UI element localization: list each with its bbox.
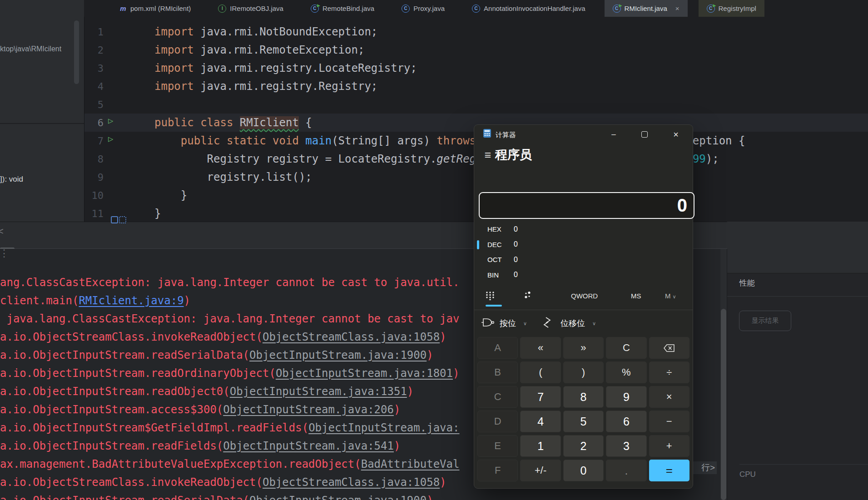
key-3[interactable]: 3	[606, 435, 646, 457]
word-size-button[interactable]: QWORD	[571, 292, 598, 300]
key-%[interactable]: %	[606, 361, 646, 383]
memory-store-button[interactable]: MS	[631, 292, 641, 300]
key-7[interactable]: 7	[520, 386, 560, 408]
stacktrace-link[interactable]: ObjectStreamClass.java:1058	[263, 476, 440, 489]
tab-label: RemoteBind.java	[322, 5, 374, 12]
stacktrace-text: a.io.ObjectInputStream.readObject0(	[0, 385, 230, 398]
key-»[interactable]: »	[563, 337, 604, 359]
editor-tabs: mpom.xml (RMIcilent)IIRemoteOBJ.javaC▶Re…	[84, 0, 775, 17]
key-5[interactable]: 5	[563, 411, 604, 432]
key-a[interactable]: A	[477, 337, 518, 359]
maximize-icon	[641, 131, 648, 138]
key-f[interactable]: F	[477, 460, 518, 481]
console-scrollbar-thumb[interactable]	[721, 309, 726, 500]
radix-row-oct[interactable]: OCT0	[477, 252, 627, 267]
key-=[interactable]: =	[649, 460, 689, 481]
bitshift-button[interactable]: 位移位	[560, 318, 585, 329]
key-c[interactable]: C	[477, 386, 518, 408]
key-9[interactable]: 9	[606, 386, 646, 408]
stacktrace-link[interactable]: ObjectInputStream.java:1351	[230, 385, 407, 398]
full-keypad-toggle-icon[interactable]	[486, 291, 495, 302]
key-backspace-icon[interactable]	[649, 337, 689, 359]
key-×[interactable]: ×	[649, 386, 689, 408]
stacktrace-text: )	[394, 440, 400, 452]
key-1[interactable]: 1	[520, 435, 560, 457]
key-−[interactable]: −	[649, 411, 689, 432]
stacktrace-link[interactable]: ObjectInputStream.java:541	[223, 440, 394, 452]
radix-value: 0	[514, 271, 518, 279]
tab-registryimpl[interactable]: C▶RegistryImpl	[699, 0, 764, 17]
cpu-label: CPU	[739, 470, 756, 479]
key-e[interactable]: E	[477, 435, 518, 457]
left-panel-scrollbar[interactable]	[74, 20, 79, 84]
key-÷[interactable]: ÷	[649, 361, 689, 383]
code-text: import java.rmi.registry.Registry;	[154, 80, 377, 93]
close-button[interactable]: ×	[667, 128, 685, 141]
key-+/-[interactable]: +/-	[520, 460, 560, 481]
tab-iremoteobj-java[interactable]: IIRemoteOBJ.java	[210, 0, 292, 17]
stacktrace-link[interactable]: RMIclient.java:9	[79, 294, 184, 307]
stacktrace-link[interactable]: ObjectStreamClass.java:1058	[263, 331, 440, 343]
radix-row-hex[interactable]: HEX0	[477, 222, 627, 237]
key-«[interactable]: «	[520, 337, 560, 359]
toolbar-divider	[474, 310, 693, 310]
tab-rmiclient-java[interactable]: C▶RMIclient.java×	[605, 0, 688, 17]
cpu-section-divider	[739, 464, 868, 465]
code-text: }	[154, 189, 187, 202]
key-)[interactable]: )	[563, 361, 604, 383]
code-text: import java.rmi.registry.LocateRegistry;	[154, 62, 417, 74]
calculator-keypad: A«»CB()%÷C789×D456−E123+F+/-0.=	[477, 337, 689, 481]
key-0[interactable]: 0	[563, 460, 604, 481]
radix-label: BIN	[487, 271, 511, 279]
show-results-button[interactable]: 显示结果	[739, 311, 791, 331]
stacktrace-link[interactable]: ObjectInputStream.java:1900	[249, 349, 427, 361]
stacktrace-link[interactable]: ObjectInputStream.java:1900	[249, 494, 427, 500]
stacktrace-link[interactable]: ObjectInputStream.java:	[308, 421, 459, 434]
key-c[interactable]: C	[606, 337, 646, 359]
line-number: 7	[84, 135, 104, 147]
minimize-button[interactable]: –	[605, 128, 623, 141]
line-number: 1	[84, 26, 104, 38]
tab-remotebind-java[interactable]: C▶RemoteBind.java	[303, 0, 382, 17]
key-8[interactable]: 8	[563, 386, 604, 408]
chevron-down-icon: ∨	[592, 321, 596, 327]
stacktrace-link[interactable]: BadAttributeVal	[361, 458, 460, 470]
project-structure-panel[interactable]: ktop\java\RMIcilent ]): void	[0, 17, 84, 222]
radix-value: 0	[514, 240, 518, 248]
maximize-button[interactable]	[635, 128, 654, 141]
left-panel-header	[0, 0, 84, 17]
stacktrace-link[interactable]: ObjectInputStream.java:206	[223, 403, 394, 416]
run-gutter-icon[interactable]: ▷	[108, 134, 113, 144]
line-number: 3	[84, 63, 104, 74]
close-tab-icon[interactable]: ×	[675, 5, 680, 12]
stacktrace-link[interactable]: ObjectInputStream.java:1801	[276, 367, 453, 380]
stacktrace-text: )	[427, 349, 433, 361]
toolwindow-tab-fragment: <	[0, 226, 4, 237]
structure-signature-fragment: ]): void	[0, 175, 23, 184]
layout-icon[interactable]	[111, 216, 118, 223]
run-gutter-icon[interactable]: ▷	[108, 115, 113, 125]
tab-pom-xml-rmicilent-[interactable]: mpom.xml (RMIcilent)	[111, 0, 199, 17]
stacktrace-text: java.lang.ClassCastException: java.lang.…	[0, 312, 459, 325]
key-b[interactable]: B	[477, 361, 518, 383]
key-.[interactable]: .	[606, 460, 646, 481]
hamburger-menu-icon[interactable]: ≡	[480, 149, 496, 162]
key-([interactable]: (	[520, 361, 560, 383]
settings-icon[interactable]	[119, 216, 126, 223]
key-d[interactable]: D	[477, 411, 518, 432]
stacktrace-text: a.io.ObjectInputStream$GetFieldImpl.read…	[0, 421, 308, 434]
radix-row-dec[interactable]: DEC0	[477, 237, 627, 252]
radix-row-bin[interactable]: BIN0	[477, 267, 627, 282]
memory-menu-button[interactable]: M∨	[665, 292, 676, 300]
bit-toggling-keypad-icon[interactable]	[523, 291, 532, 302]
keypad-toggle-active-underline	[486, 305, 502, 307]
key-2[interactable]: 2	[563, 435, 604, 457]
stacktrace-text: )	[394, 403, 400, 416]
chevron-down-icon: ∨	[523, 321, 527, 327]
key-+[interactable]: +	[649, 435, 689, 457]
tab-annotationinvocationhandler-java[interactable]: CAnnotationInvocationHandler.java	[464, 0, 594, 17]
key-4[interactable]: 4	[520, 411, 560, 432]
key-6[interactable]: 6	[606, 411, 646, 432]
tab-proxy-java[interactable]: CProxy.java	[393, 0, 453, 17]
bitwise-button[interactable]: 按位	[500, 318, 516, 329]
